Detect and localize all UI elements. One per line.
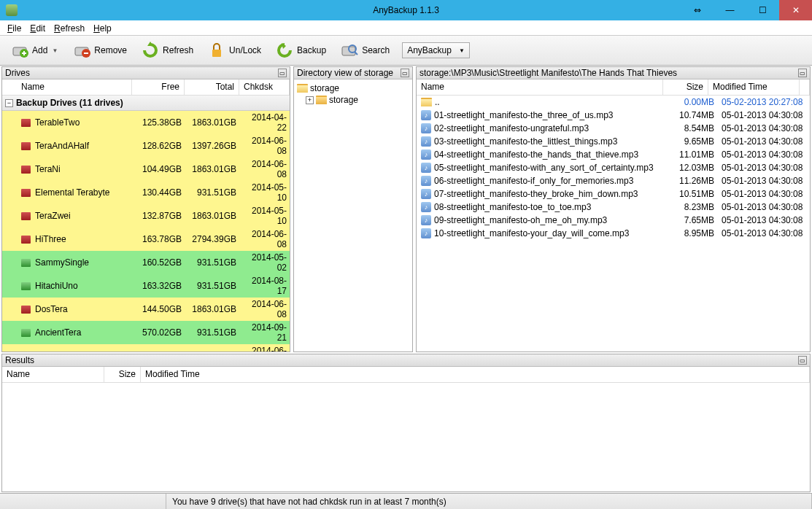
file-row[interactable]: ♪06-streetlight_manifesto-if_only_for_me… — [417, 174, 810, 187]
drive-row[interactable]: HiThree163.78GB2794.39GB2014-06-08 — [2, 228, 290, 251]
panel-collapse-icon[interactable]: ▭ — [278, 69, 287, 77]
menu-refresh[interactable]: Refresh — [50, 22, 89, 35]
drive-row[interactable]: TeraNi104.49GB1863.01GB2014-06-08 — [2, 158, 290, 181]
drive-name: HiTera — [35, 351, 61, 351]
drives-list[interactable]: −Backup Drives (11 drives)TerableTwo125.… — [2, 96, 290, 351]
status-bar: You have 9 drive(s) that have not had ch… — [0, 493, 812, 509]
drive-total: 1863.01GB — [185, 304, 239, 314]
window-controls: ⇔ — ☐ ✕ — [681, 0, 812, 20]
music-file-icon: ♪ — [421, 202, 431, 212]
file-row[interactable]: ♪08-streetlight_manifesto-toe_to_toe.mp3… — [417, 201, 810, 214]
col-modified[interactable]: Modified Time — [141, 367, 810, 382]
close-button[interactable]: ✕ — [779, 0, 812, 20]
collapse-icon[interactable]: − — [5, 99, 13, 107]
drive-chkdsk: 2014-05-02 — [239, 252, 290, 273]
drive-name: HiThree — [35, 234, 66, 244]
drives-panel: Drives ▭ Name Free Total Chkdsk −Backup … — [1, 66, 290, 352]
drive-row[interactable]: DosTera144.50GB1863.01GB2014-06-08 — [2, 298, 290, 321]
menu-edit[interactable]: Edit — [26, 22, 50, 35]
parent-folder-row[interactable]: ..0.00MB05-02-2013 20:27:08 — [417, 96, 810, 109]
drive-icon — [21, 189, 31, 197]
results-list[interactable] — [2, 383, 810, 491]
col-chkdsk[interactable]: Chkdsk — [239, 79, 290, 95]
panel-collapse-icon[interactable]: ▭ — [798, 356, 807, 365]
drive-free: 163.32GB — [132, 281, 185, 291]
drive-row[interactable]: Elemental Terabyte130.44GB931.51GB2014-0… — [2, 181, 290, 204]
chevron-down-icon[interactable]: ▼ — [51, 47, 58, 54]
backup-button[interactable]: Backup — [269, 38, 333, 63]
col-size[interactable]: Size — [663, 79, 708, 95]
folder-icon — [316, 96, 327, 104]
file-modified: 05-01-2013 04:30:08 — [719, 110, 810, 120]
col-free[interactable]: Free — [132, 79, 185, 95]
drive-free: 128.32GB — [132, 351, 185, 351]
drive-row[interactable]: AncientTera570.02GB931.51GB2014-09-21 — [2, 321, 290, 344]
drive-row[interactable]: TeraAndAHalf128.62GB1397.26GB2014-06-08 — [2, 134, 290, 158]
panel-collapse-icon[interactable]: ▭ — [401, 69, 409, 77]
file-size: 9.65MB — [673, 136, 719, 147]
drive-icon — [21, 166, 31, 174]
col-modified[interactable]: Modified Time — [708, 79, 800, 95]
drive-row[interactable]: SammySingle160.52GB931.51GB2014-05-02 — [2, 251, 290, 274]
maximize-button[interactable]: ☐ — [746, 0, 779, 20]
expand-icon[interactable]: + — [306, 96, 314, 104]
search-label: Search — [362, 45, 390, 55]
remove-icon — [73, 42, 90, 59]
file-modified: 05-01-2013 04:30:08 — [719, 136, 810, 147]
remove-button[interactable]: Remove — [66, 38, 134, 63]
chevron-down-icon: ▼ — [459, 47, 465, 54]
refresh-button[interactable]: Refresh — [135, 38, 200, 63]
menu-help[interactable]: Help — [89, 22, 116, 35]
file-modified: 05-01-2013 04:30:08 — [719, 189, 810, 199]
results-panel-header: Results ▭ — [2, 354, 810, 367]
profile-select[interactable]: AnyBackup ▼ — [402, 42, 470, 58]
file-row[interactable]: ♪04-streetlight_manifesto-the_hands_that… — [417, 148, 810, 161]
file-size: 10.74MB — [673, 110, 719, 120]
file-row[interactable]: ♪05-streetlight_manifesto-with_any_sort_… — [417, 161, 810, 174]
add-button[interactable]: Add ▼ — [4, 38, 65, 63]
files-column-headers: Name Size Modified Time — [417, 79, 810, 96]
col-name[interactable]: Name — [417, 79, 663, 95]
col-size[interactable]: Size — [104, 367, 141, 382]
drive-total: 931.51GB — [185, 281, 239, 291]
file-name: .. — [435, 97, 440, 107]
drive-row[interactable]: HiTera128.32GB931.51GB2014-06-08 — [2, 344, 290, 351]
file-name: 01-streetlight_manifesto-the_three_of_us… — [434, 110, 613, 120]
drive-row[interactable]: TerableTwo125.38GB1863.01GB2014-04-22 — [2, 111, 290, 134]
backup-label: Backup — [297, 45, 326, 55]
drive-group-header[interactable]: −Backup Drives (11 drives) — [2, 96, 290, 111]
drive-name: Elemental Terabyte — [35, 187, 110, 198]
file-row[interactable]: ♪01-streetlight_manifesto-the_three_of_u… — [417, 109, 810, 122]
col-name[interactable]: Name — [2, 367, 104, 382]
drive-total: 1863.01GB — [185, 117, 239, 128]
file-size: 8.23MB — [673, 202, 719, 212]
music-file-icon: ♪ — [421, 215, 431, 225]
results-column-headers: Name Size Modified Time — [2, 367, 810, 383]
file-row[interactable]: ♪02-streetlight_manifesto-ungrateful.mp3… — [417, 122, 810, 135]
drives-panel-title: Drives — [5, 68, 30, 78]
unlock-button[interactable]: Un/Lock — [201, 38, 268, 63]
minimize-button[interactable]: — — [714, 0, 746, 20]
tree-root[interactable]: storage — [295, 82, 411, 94]
drive-icon — [21, 282, 31, 290]
search-button[interactable]: Search — [334, 38, 396, 63]
file-row[interactable]: ♪10-streetlight_manifesto-your_day_will_… — [417, 227, 810, 240]
file-row[interactable]: ♪03-streetlight_manifesto-the_littlest_t… — [417, 135, 810, 148]
col-name[interactable]: Name — [2, 79, 132, 95]
music-file-icon: ♪ — [421, 149, 431, 160]
tree-body[interactable]: storage + storage — [294, 79, 412, 109]
move-arrows-icon[interactable]: ⇔ — [681, 0, 714, 20]
file-row[interactable]: ♪07-streetlight_manifesto-they_broke_him… — [417, 187, 810, 201]
drive-free: 128.62GB — [132, 141, 185, 151]
drives-column-headers: Name Free Total Chkdsk — [2, 79, 290, 96]
col-total[interactable]: Total — [185, 79, 239, 95]
file-row[interactable]: ♪09-streetlight_manifesto-oh_me_oh_my.mp… — [417, 214, 810, 227]
menu-file[interactable]: File — [3, 22, 26, 35]
files-list[interactable]: ..0.00MB05-02-2013 20:27:08♪01-streetlig… — [417, 96, 810, 351]
drive-row[interactable]: HitachiUno163.32GB931.51GB2014-08-17 — [2, 274, 290, 298]
drive-chkdsk: 2014-08-17 — [239, 276, 290, 296]
drive-name: SammySingle — [35, 257, 89, 268]
tree-child[interactable]: + storage — [295, 94, 411, 106]
drive-row[interactable]: TeraZwei132.87GB1863.01GB2014-05-10 — [2, 204, 290, 228]
panel-collapse-icon[interactable]: ▭ — [798, 69, 807, 77]
